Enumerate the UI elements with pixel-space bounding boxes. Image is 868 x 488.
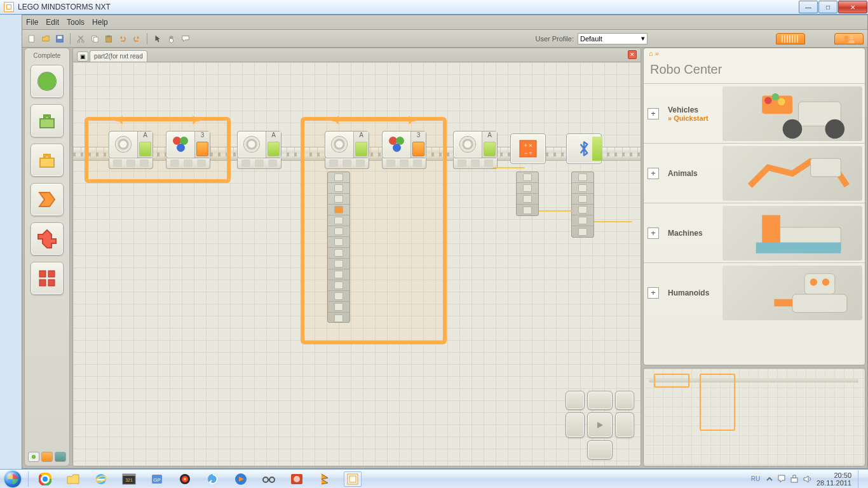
controller-right-button[interactable]	[615, 412, 634, 438]
document-close-button[interactable]: ✕	[628, 50, 637, 59]
palette-data-button[interactable]	[31, 222, 64, 255]
toolbar-save-button[interactable]	[54, 33, 65, 44]
taskbar-ie-icon[interactable]	[92, 471, 110, 487]
window-close-button[interactable]: ✕	[838, 1, 867, 13]
svg-point-22	[825, 119, 845, 139]
color-sensor-block-2[interactable]: 3	[382, 131, 426, 169]
palette-action-button[interactable]	[31, 104, 64, 137]
taskbar-explorer-icon[interactable]	[64, 471, 82, 487]
controller-stop-button[interactable]	[615, 391, 634, 410]
toolbar-redo-button[interactable]	[131, 33, 142, 44]
canvas-area: ▣ part2(for nxt read ✕ A	[72, 48, 641, 466]
svg-rect-44	[123, 474, 135, 476]
robot-preview-image	[722, 146, 862, 201]
user-profile-select[interactable]: Default ▾	[578, 33, 648, 44]
document-home-button[interactable]: ▣	[77, 51, 88, 62]
math-block[interactable]: + × − ÷	[510, 133, 546, 164]
controller-left-button[interactable]	[566, 412, 585, 438]
menu-file[interactable]: File	[26, 18, 38, 27]
show-desktop-button[interactable]	[858, 470, 864, 488]
controller-down-button[interactable]	[587, 440, 613, 459]
toolbar-paste-button[interactable]	[103, 33, 114, 44]
expand-icon[interactable]: +	[648, 168, 659, 179]
tray-chevron-icon[interactable]	[766, 474, 773, 484]
controller-up-button[interactable]	[587, 391, 613, 410]
app-icon	[4, 2, 14, 12]
program-canvas[interactable]: A 3 A A	[73, 62, 641, 466]
tray-action-center-icon[interactable]	[777, 474, 786, 484]
gear-icon	[330, 135, 349, 154]
robo-center-home-button[interactable]: ⌂ »	[644, 48, 865, 60]
language-indicator[interactable]: RU	[749, 474, 762, 484]
taskbar-quicktime-icon[interactable]	[204, 471, 222, 487]
toolbar-open-button[interactable]	[40, 33, 51, 44]
palette-tab-2-button[interactable]	[41, 452, 53, 462]
toolbar-new-button[interactable]	[26, 33, 37, 44]
minimap-panel[interactable]	[643, 368, 865, 466]
menu-help[interactable]: Help	[92, 18, 108, 27]
robo-item-humanoids[interactable]: + Humanoids	[644, 262, 865, 322]
menu-tools[interactable]: Tools	[67, 18, 85, 27]
svg-rect-35	[774, 299, 792, 306]
svg-rect-15	[39, 280, 46, 286]
tray-volume-icon[interactable]	[803, 474, 813, 484]
controller-select-button[interactable]	[566, 391, 585, 410]
bluetooth-block[interactable]	[566, 133, 602, 164]
robocenter-tab-button[interactable]	[776, 33, 805, 44]
taskbar-daemon-icon[interactable]	[176, 471, 194, 487]
toolbar-copy-button[interactable]	[89, 33, 100, 44]
data-hub-2[interactable]	[516, 172, 539, 216]
palette-common-button[interactable]	[31, 65, 64, 98]
motor-block-1[interactable]: A	[109, 131, 153, 169]
expand-icon[interactable]: +	[648, 227, 659, 239]
motor-block-2[interactable]: A	[237, 131, 281, 169]
palette-flow-button[interactable]	[31, 183, 64, 216]
expand-icon[interactable]: +	[648, 108, 659, 119]
toolbar-comment-button[interactable]	[180, 33, 191, 44]
gear-icon	[242, 135, 261, 154]
svg-point-24	[764, 97, 771, 104]
svg-point-33	[822, 278, 829, 285]
taskbar-winamp-icon[interactable]	[316, 471, 334, 487]
motor-block-4[interactable]: A	[453, 131, 498, 169]
start-button[interactable]	[0, 470, 25, 489]
taskbar-wmp-icon[interactable]	[232, 471, 250, 487]
svg-rect-27	[811, 158, 841, 177]
taskbar-gp-icon[interactable]: GP	[148, 471, 166, 487]
taskbar-chrome-icon[interactable]	[36, 471, 54, 487]
palette-tab-1-button[interactable]	[28, 452, 39, 462]
windows-taskbar: 321 GP RU 20:50 28.11.2011	[0, 469, 868, 488]
chevron-down-icon: ▾	[641, 34, 645, 43]
menu-edit[interactable]: Edit	[46, 18, 59, 27]
toolbar-pan-button[interactable]	[166, 33, 177, 44]
controller-download-button[interactable]	[587, 412, 613, 438]
toolbar-cut-button[interactable]	[75, 33, 86, 44]
taskbar-nxt-icon[interactable]	[344, 471, 362, 487]
portal-tab-button[interactable]	[834, 33, 864, 44]
robo-item-vehicles[interactable]: + Vehicles » Quickstart	[644, 83, 865, 143]
tray-network-icon[interactable]	[790, 474, 799, 484]
taskbar-mpc-icon[interactable]: 321	[120, 471, 138, 487]
svg-rect-14	[48, 271, 55, 277]
document-tab[interactable]: part2(for nxt read	[90, 50, 147, 62]
data-hub-3[interactable]	[571, 172, 594, 238]
expand-icon[interactable]: +	[648, 287, 659, 299]
toolbar: User Profile: Default ▾	[22, 30, 867, 48]
svg-point-56	[294, 476, 300, 482]
svg-rect-60	[793, 475, 796, 478]
palette-advanced-button[interactable]	[31, 262, 64, 295]
palette-tab-3-button[interactable]	[55, 452, 66, 462]
motor-block-3[interactable]: A	[325, 131, 369, 169]
toolbar-undo-button[interactable]	[117, 33, 128, 44]
window-minimize-button[interactable]: —	[799, 1, 818, 13]
robo-item-animals[interactable]: + Animals	[644, 143, 865, 203]
taskbar-clock[interactable]: 20:50 28.11.2011	[817, 471, 851, 487]
window-maximize-button[interactable]: □	[818, 1, 837, 13]
palette-sensor-button[interactable]	[31, 144, 64, 177]
robo-item-machines[interactable]: + Machines	[644, 203, 865, 262]
toolbar-pointer-button[interactable]	[152, 33, 163, 44]
color-sensor-block-1[interactable]: 3	[166, 131, 210, 169]
data-hub-1[interactable]	[327, 172, 350, 323]
taskbar-powerpoint-icon[interactable]	[288, 471, 306, 487]
taskbar-glasses-icon[interactable]	[260, 471, 278, 487]
